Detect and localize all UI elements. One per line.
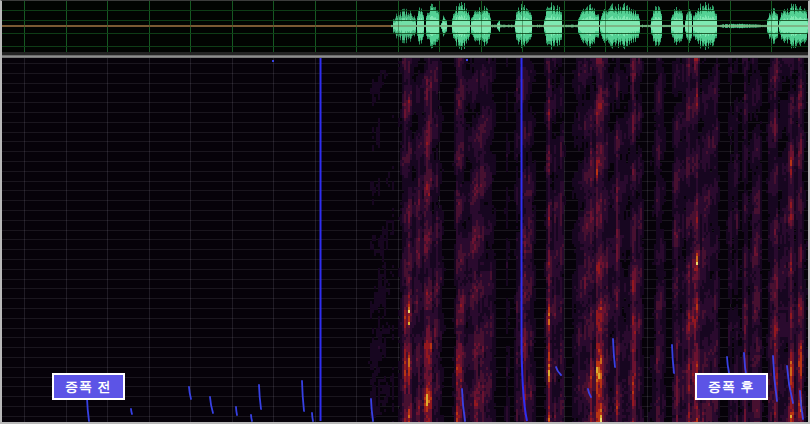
after-amplify-label: 증폭 후 xyxy=(695,373,768,400)
spectrogram-view[interactable] xyxy=(2,58,808,422)
waveform-overview[interactable] xyxy=(2,1,808,52)
before-amplify-label: 증폭 전 xyxy=(52,373,125,400)
audio-editor-view: 증폭 전 증폭 후 xyxy=(0,0,810,424)
